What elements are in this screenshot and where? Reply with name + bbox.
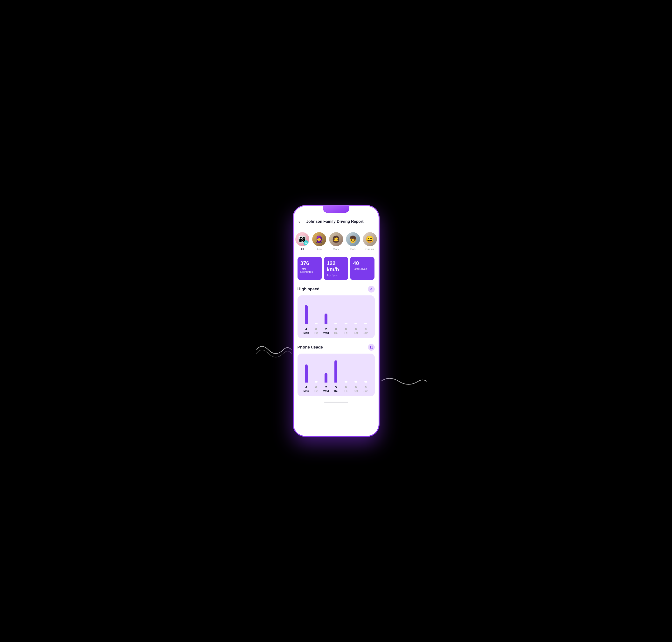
- scene: ‹ Johnson Family Driving Report 👨‍👩‍👧 +4…: [273, 200, 399, 442]
- page-title: Johnson Family Driving Report: [303, 219, 367, 224]
- bar-sat-hs: [354, 323, 357, 324]
- day-thu-hs-name: Thu: [334, 331, 338, 334]
- phone-usage-header: Phone usage 11: [298, 344, 375, 351]
- day-wed-pu-name: Wed: [323, 389, 329, 393]
- bar-col-sat-hs: [351, 323, 361, 324]
- high-speed-labels: 4 Mon 0 Tue 2 Wed: [301, 327, 371, 334]
- high-speed-chart: 4 Mon 0 Tue 2 Wed: [298, 295, 375, 338]
- day-thu-pu: 5 Thu: [331, 385, 341, 393]
- day-sat-pu-name: Sat: [354, 389, 358, 393]
- avatar-item-bob[interactable]: 👦 Bob: [346, 232, 360, 251]
- avatar-item-all[interactable]: 👨‍👩‍👧 +4 All: [295, 232, 309, 251]
- phone-usage-labels: 4 Mon 0 Tue 2 Wed: [301, 385, 371, 393]
- home-bar: [324, 402, 348, 402]
- avatars-row: 👨‍👩‍👧 +4 All 🧕 Ann 🧔: [294, 227, 378, 253]
- bar-tue-hs: [315, 323, 318, 324]
- stats-row: 376 Total Kilometres 122 km/h Top Speed …: [294, 253, 378, 282]
- avatar-all-label: All: [300, 248, 304, 251]
- high-speed-section: High speed 6: [294, 282, 378, 340]
- bar-tue-pu: [315, 381, 318, 383]
- bar-thu-hs: [334, 323, 337, 324]
- day-thu-hs-num: 0: [335, 327, 337, 331]
- bar-sun-pu: [364, 381, 367, 383]
- bar-col-mon-hs: [301, 305, 311, 324]
- avatar-cassie-image: 😄: [363, 232, 377, 246]
- avatar-item-mark[interactable]: 🧔 Mark: [329, 232, 343, 251]
- stat-speed-label: Top Speed: [327, 274, 345, 277]
- avatar-bob: 👦: [346, 232, 360, 246]
- day-mon-hs-name: Mon: [303, 331, 309, 334]
- bar-wed-pu: [325, 373, 327, 383]
- bar-col-sun-pu: [361, 381, 371, 383]
- phone-usage-section: Phone usage 11: [294, 340, 378, 398]
- stat-card-drives: 40 Total Drives: [350, 257, 374, 280]
- day-thu-pu-name: Thu: [334, 389, 338, 393]
- bar-col-sat-pu: [351, 381, 361, 383]
- day-mon-pu-num: 4: [305, 385, 307, 389]
- avatar-ann-label: Ann: [316, 248, 322, 251]
- bar-thu-pu: [334, 360, 337, 383]
- avatar-ann-image: 🧕: [312, 232, 326, 246]
- day-tue-pu: 0 Tue: [311, 385, 321, 393]
- avatar-all-badge: +4: [303, 240, 309, 246]
- bar-col-thu-pu: [331, 360, 341, 383]
- day-wed-pu-num: 2: [325, 385, 327, 389]
- day-wed-hs-name: Wed: [323, 331, 329, 334]
- bar-sun-hs: [364, 323, 367, 324]
- stat-kilometres-label: Total Kilometres: [300, 267, 319, 273]
- day-sun-hs-name: Sun: [363, 331, 368, 334]
- stat-kilometres-value: 376: [300, 260, 319, 267]
- screen-content[interactable]: ‹ Johnson Family Driving Report 👨‍👩‍👧 +4…: [294, 206, 378, 436]
- avatar-mark: 🧔: [329, 232, 343, 246]
- phone-screen: ‹ Johnson Family Driving Report 👨‍👩‍👧 +4…: [294, 206, 378, 436]
- squiggle-right-bottom-icon: [379, 374, 428, 388]
- bar-sat-pu: [354, 381, 357, 383]
- stat-card-kilometres: 376 Total Kilometres: [298, 257, 322, 280]
- home-indicator: [294, 398, 378, 406]
- day-mon-hs: 4 Mon: [301, 327, 311, 334]
- day-sun-hs: 0 Sun: [361, 327, 371, 334]
- day-mon-pu: 4 Mon: [301, 385, 311, 393]
- back-button[interactable]: ‹: [298, 219, 300, 224]
- bar-col-fri-pu: [341, 381, 351, 383]
- avatar-mark-image: 🧔: [329, 232, 343, 246]
- bar-wed-hs: [325, 313, 327, 324]
- day-fri-pu-name: Fri: [344, 389, 347, 393]
- day-sun-hs-num: 0: [365, 327, 366, 331]
- day-fri-hs: 0 Fri: [341, 327, 351, 334]
- phone-usage-bars: [301, 358, 371, 383]
- stat-card-speed: 122 km/h Top Speed: [324, 257, 348, 280]
- day-tue-hs-num: 0: [315, 327, 317, 331]
- day-sun-pu-name: Sun: [363, 389, 368, 393]
- high-speed-title: High speed: [298, 287, 320, 292]
- phone-notch: [323, 206, 349, 213]
- phone-frame: ‹ Johnson Family Driving Report 👨‍👩‍👧 +4…: [293, 205, 379, 437]
- day-tue-pu-num: 0: [315, 385, 317, 389]
- bar-col-wed-pu: [321, 373, 331, 383]
- day-sat-hs: 0 Sat: [351, 327, 361, 334]
- bar-mon-pu: [305, 364, 308, 383]
- day-mon-pu-name: Mon: [303, 389, 309, 393]
- avatar-item-ann[interactable]: 🧕 Ann: [312, 232, 326, 251]
- bar-col-mon-pu: [301, 364, 311, 383]
- day-sat-pu-num: 0: [355, 385, 357, 389]
- day-fri-hs-num: 0: [345, 327, 347, 331]
- avatar-item-cassie[interactable]: 😄 Cassie: [363, 232, 377, 251]
- day-sat-hs-num: 0: [355, 327, 357, 331]
- screen-header: ‹ Johnson Family Driving Report: [294, 215, 378, 227]
- bar-mon-hs: [305, 305, 308, 324]
- bar-fri-hs: [345, 323, 347, 324]
- squiggle-right-top-icon: [389, 316, 413, 345]
- day-fri-hs-name: Fri: [344, 331, 347, 334]
- squiggle-left-icon: [254, 340, 293, 360]
- avatar-bob-label: Bob: [350, 248, 356, 251]
- bar-col-tue-hs: [311, 323, 321, 324]
- day-tue-hs-name: Tue: [314, 331, 319, 334]
- avatar-ann: 🧕: [312, 232, 326, 246]
- stat-drives-value: 40: [353, 260, 372, 267]
- bar-col-sun-hs: [361, 323, 371, 324]
- day-tue-pu-name: Tue: [314, 389, 319, 393]
- phone-usage-chart: 4 Mon 0 Tue 2 Wed: [298, 354, 375, 396]
- day-thu-pu-num: 5: [335, 385, 337, 389]
- avatar-cassie-label: Cassie: [365, 248, 374, 251]
